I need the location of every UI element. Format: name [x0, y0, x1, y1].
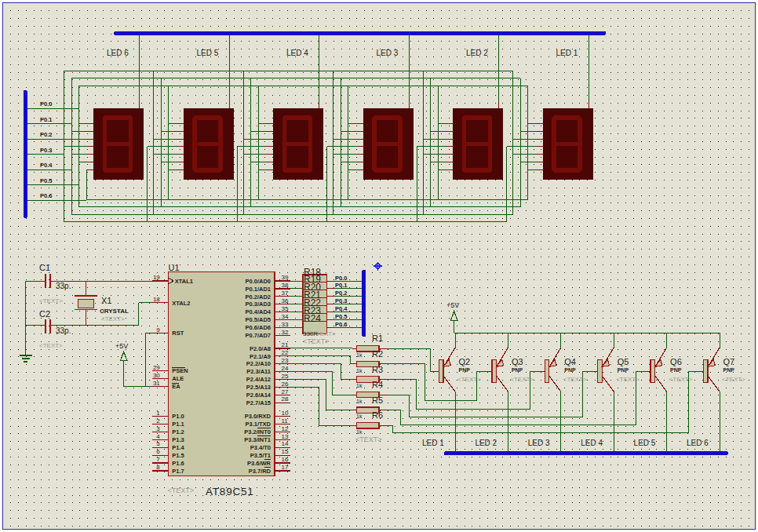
svg-text:CRYSTAL: CRYSTAL [100, 308, 129, 315]
svg-text:<TEXT>: <TEXT> [669, 376, 693, 383]
svg-text:C1: C1 [39, 263, 50, 272]
svg-text:P1.3: P1.3 [172, 436, 184, 443]
svg-text:P0.6: P0.6 [335, 321, 347, 328]
svg-text:P0.5: P0.5 [335, 313, 347, 320]
svg-text:P0.4/AD4: P0.4/AD4 [245, 308, 271, 315]
svg-text:R1: R1 [372, 333, 383, 343]
svg-text:15: 15 [282, 448, 289, 455]
svg-text:P3.1/TXD: P3.1/TXD [245, 421, 271, 428]
svg-text:PNP: PNP [459, 367, 471, 373]
svg-text:P2.0/A8: P2.0/A8 [250, 345, 271, 352]
svg-text:27: 27 [282, 388, 289, 395]
svg-text:<TEXT>: <TEXT> [355, 435, 382, 443]
svg-text:P2.4/A12: P2.4/A12 [246, 376, 271, 383]
svg-text:+5V: +5V [115, 342, 128, 350]
svg-text:P0.1: P0.1 [40, 116, 52, 123]
svg-text:P3.6/WR: P3.6/WR [247, 460, 271, 467]
svg-text:R2: R2 [372, 349, 383, 359]
svg-text:PNP: PNP [512, 367, 523, 373]
svg-text:<TEXT>: <TEXT> [616, 376, 640, 383]
svg-text:P1.6: P1.6 [172, 460, 184, 467]
svg-text:1k: 1k [356, 383, 363, 388]
svg-text:P0.0: P0.0 [40, 100, 52, 107]
svg-text:XTAL1: XTAL1 [175, 278, 193, 285]
svg-text:P2.7/A15: P2.7/A15 [246, 399, 271, 406]
svg-text:7: 7 [156, 456, 160, 463]
svg-text:PNP: PNP [564, 367, 576, 373]
svg-text:29: 29 [153, 364, 160, 371]
svg-text:AT89C51: AT89C51 [206, 486, 254, 497]
svg-text:39: 39 [282, 274, 289, 281]
svg-text:33p.: 33p. [56, 282, 71, 290]
svg-text:LED 2: LED 2 [466, 49, 488, 57]
svg-text:21: 21 [282, 341, 289, 348]
svg-text:P3.7/RD: P3.7/RD [249, 468, 271, 475]
svg-text:P0.0/AD0: P0.0/AD0 [245, 278, 271, 285]
svg-text:24: 24 [282, 365, 289, 372]
svg-text:LED 6: LED 6 [107, 49, 129, 57]
svg-text:1k: 1k [356, 352, 363, 358]
svg-text:P0.3: P0.3 [40, 147, 52, 154]
svg-text:14: 14 [282, 440, 289, 447]
svg-text:P1.7: P1.7 [172, 468, 184, 475]
svg-text:LED 4: LED 4 [286, 49, 308, 57]
svg-text:<TEXT>: <TEXT> [563, 376, 587, 383]
svg-text:17: 17 [282, 464, 289, 471]
svg-text:R3: R3 [372, 365, 383, 374]
svg-text:6: 6 [156, 448, 160, 455]
svg-text:EA: EA [172, 383, 180, 390]
svg-text:P3.5/T1: P3.5/T1 [250, 452, 271, 459]
svg-text:P0.6/AD6: P0.6/AD6 [245, 324, 271, 331]
svg-text:9: 9 [156, 326, 160, 333]
svg-text:2: 2 [156, 417, 160, 425]
svg-text:P2.2/A10: P2.2/A10 [246, 360, 271, 367]
svg-text:<TEXT>: <TEXT> [510, 376, 534, 383]
svg-text:1k: 1k [356, 414, 363, 419]
svg-text:P0.2/AD2: P0.2/AD2 [245, 293, 271, 301]
svg-text:P0.5: P0.5 [40, 177, 52, 184]
svg-text:RST: RST [172, 330, 184, 337]
svg-text:P0.1: P0.1 [335, 282, 347, 289]
svg-text:1k: 1k [356, 399, 363, 404]
svg-text:XTAL2: XTAL2 [172, 300, 190, 307]
svg-text:P3.4/T0: P3.4/T0 [250, 444, 271, 451]
svg-text:19: 19 [153, 274, 160, 281]
svg-text:P0.0: P0.0 [335, 275, 347, 282]
svg-text:LED 1: LED 1 [422, 439, 444, 447]
svg-text:LED 2: LED 2 [475, 439, 497, 447]
svg-text:LED 6: LED 6 [687, 439, 709, 447]
svg-text:<TEXT>: <TEXT> [303, 337, 330, 345]
svg-text:P2.6/A14: P2.6/A14 [246, 392, 271, 399]
svg-text:P0.4: P0.4 [40, 162, 53, 169]
svg-text:P2.1/A9: P2.1/A9 [250, 353, 271, 360]
svg-text:PSEN: PSEN [172, 367, 188, 374]
svg-text:<TEXT>: <TEXT> [722, 376, 745, 383]
svg-text:35: 35 [282, 305, 289, 312]
svg-text:LED 5: LED 5 [634, 439, 656, 447]
svg-text:P0.3: P0.3 [335, 297, 347, 304]
svg-text:PNP: PNP [670, 367, 682, 373]
svg-text:18: 18 [153, 296, 160, 303]
svg-text:38: 38 [282, 282, 289, 289]
svg-text:P1.4: P1.4 [172, 444, 184, 451]
svg-text:P3.0/RXD: P3.0/RXD [245, 413, 271, 420]
svg-text:LED 3: LED 3 [528, 439, 550, 447]
svg-text:P0.6: P0.6 [40, 192, 52, 199]
svg-text:PNP: PNP [618, 367, 629, 373]
svg-text:11: 11 [282, 417, 289, 425]
svg-text:<TEXT>: <TEXT> [101, 315, 125, 322]
svg-text:Q3: Q3 [512, 357, 523, 366]
svg-text:<TEXT>: <TEXT> [39, 297, 63, 304]
svg-text:P0.2: P0.2 [40, 131, 52, 138]
svg-text:P0.7/AD7: P0.7/AD7 [245, 332, 271, 339]
svg-text:3: 3 [156, 425, 160, 432]
svg-text:31: 31 [153, 380, 160, 387]
svg-text:22: 22 [282, 349, 289, 356]
svg-text:23: 23 [282, 357, 289, 364]
svg-text:5: 5 [156, 440, 160, 447]
svg-text:P0.1/AD1: P0.1/AD1 [245, 286, 271, 293]
svg-text:<TEXT>: <TEXT> [39, 342, 63, 349]
svg-text:P3.2/INT0: P3.2/INT0 [244, 428, 271, 435]
svg-text:LED 3: LED 3 [377, 49, 399, 57]
svg-text:1k: 1k [356, 368, 363, 373]
